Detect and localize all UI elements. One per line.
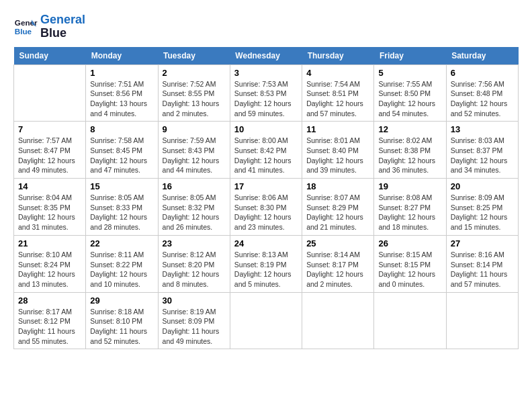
day-number: 27	[451, 238, 514, 248]
day-info: Sunrise: 8:14 AM Sunset: 8:17 PM Dayligh…	[306, 250, 369, 289]
day-number: 17	[234, 181, 298, 191]
day-number: 19	[378, 181, 441, 191]
day-info: Sunrise: 7:55 AM Sunset: 8:50 PM Dayligh…	[378, 79, 441, 119]
calendar: SundayMondayTuesdayWednesdayThursdayFrid…	[13, 47, 519, 350]
calendar-cell: 11Sunrise: 8:01 AM Sunset: 8:40 PM Dayli…	[302, 122, 374, 179]
day-number: 10	[234, 124, 298, 134]
day-info: Sunrise: 8:13 AM Sunset: 8:19 PM Dayligh…	[234, 250, 298, 289]
calendar-cell: 9Sunrise: 7:59 AM Sunset: 8:43 PM Daylig…	[158, 122, 230, 179]
header: General Blue GeneralBlue	[13, 13, 519, 40]
calendar-week-row: 21Sunrise: 8:10 AM Sunset: 8:24 PM Dayli…	[14, 235, 519, 292]
calendar-cell: 27Sunrise: 8:16 AM Sunset: 8:14 PM Dayli…	[446, 235, 518, 292]
day-info: Sunrise: 8:11 AM Sunset: 8:22 PM Dayligh…	[90, 250, 153, 289]
svg-text:General: General	[15, 18, 38, 27]
calendar-cell: 25Sunrise: 8:14 AM Sunset: 8:17 PM Dayli…	[302, 235, 374, 292]
calendar-cell: 7Sunrise: 7:57 AM Sunset: 8:47 PM Daylig…	[14, 122, 86, 179]
day-info: Sunrise: 8:06 AM Sunset: 8:30 PM Dayligh…	[234, 193, 298, 232]
day-number: 22	[90, 238, 153, 248]
column-header-friday: Friday	[374, 47, 446, 65]
column-header-wednesday: Wednesday	[230, 47, 302, 65]
calendar-cell	[14, 64, 86, 122]
day-info: Sunrise: 7:56 AM Sunset: 8:48 PM Dayligh…	[451, 79, 514, 119]
day-info: Sunrise: 8:09 AM Sunset: 8:25 PM Dayligh…	[451, 193, 514, 232]
day-info: Sunrise: 8:07 AM Sunset: 8:29 PM Dayligh…	[306, 193, 369, 232]
calendar-cell: 22Sunrise: 8:11 AM Sunset: 8:22 PM Dayli…	[86, 235, 158, 292]
logo-icon: General Blue	[13, 15, 38, 39]
day-info: Sunrise: 8:01 AM Sunset: 8:40 PM Dayligh…	[306, 136, 369, 175]
day-info: Sunrise: 8:19 AM Sunset: 8:09 PM Dayligh…	[163, 307, 226, 347]
day-info: Sunrise: 8:00 AM Sunset: 8:42 PM Dayligh…	[234, 136, 298, 175]
day-number: 25	[306, 238, 369, 248]
day-info: Sunrise: 8:03 AM Sunset: 8:37 PM Dayligh…	[451, 136, 514, 175]
calendar-cell: 18Sunrise: 8:07 AM Sunset: 8:29 PM Dayli…	[302, 179, 374, 236]
day-info: Sunrise: 8:02 AM Sunset: 8:38 PM Dayligh…	[378, 136, 441, 175]
day-info: Sunrise: 7:52 AM Sunset: 8:55 PM Dayligh…	[163, 79, 226, 119]
day-info: Sunrise: 7:51 AM Sunset: 8:56 PM Dayligh…	[90, 79, 153, 119]
day-number: 23	[163, 238, 226, 248]
calendar-cell: 16Sunrise: 8:05 AM Sunset: 8:32 PM Dayli…	[158, 179, 230, 236]
day-number: 29	[90, 295, 153, 306]
day-info: Sunrise: 8:05 AM Sunset: 8:33 PM Dayligh…	[90, 193, 153, 232]
day-number: 6	[451, 68, 514, 78]
calendar-cell: 1Sunrise: 7:51 AM Sunset: 8:56 PM Daylig…	[86, 64, 158, 122]
calendar-cell: 21Sunrise: 8:10 AM Sunset: 8:24 PM Dayli…	[14, 235, 86, 292]
day-number: 4	[306, 68, 369, 78]
day-number: 24	[234, 238, 298, 248]
calendar-week-row: 14Sunrise: 8:04 AM Sunset: 8:35 PM Dayli…	[14, 179, 519, 236]
day-number: 7	[18, 124, 81, 134]
column-header-tuesday: Tuesday	[158, 47, 230, 65]
day-number: 12	[378, 124, 441, 134]
calendar-cell: 17Sunrise: 8:06 AM Sunset: 8:30 PM Dayli…	[230, 179, 302, 236]
calendar-cell: 29Sunrise: 8:18 AM Sunset: 8:10 PM Dayli…	[86, 292, 158, 349]
calendar-cell: 15Sunrise: 8:05 AM Sunset: 8:33 PM Dayli…	[86, 179, 158, 236]
calendar-cell: 23Sunrise: 8:12 AM Sunset: 8:20 PM Dayli…	[158, 235, 230, 292]
day-info: Sunrise: 8:04 AM Sunset: 8:35 PM Dayligh…	[18, 193, 81, 232]
day-number: 9	[163, 124, 226, 134]
logo: General Blue GeneralBlue	[13, 13, 85, 40]
calendar-cell: 19Sunrise: 8:08 AM Sunset: 8:27 PM Dayli…	[374, 179, 446, 236]
day-info: Sunrise: 7:59 AM Sunset: 8:43 PM Dayligh…	[163, 136, 226, 175]
day-number: 21	[18, 238, 81, 248]
day-info: Sunrise: 8:18 AM Sunset: 8:10 PM Dayligh…	[90, 307, 153, 347]
day-info: Sunrise: 8:10 AM Sunset: 8:24 PM Dayligh…	[18, 250, 81, 289]
column-header-sunday: Sunday	[14, 47, 86, 65]
calendar-cell: 3Sunrise: 7:53 AM Sunset: 8:53 PM Daylig…	[230, 64, 302, 122]
day-info: Sunrise: 8:16 AM Sunset: 8:14 PM Dayligh…	[451, 250, 514, 289]
day-info: Sunrise: 8:17 AM Sunset: 8:12 PM Dayligh…	[18, 307, 81, 347]
calendar-cell: 14Sunrise: 8:04 AM Sunset: 8:35 PM Dayli…	[14, 179, 86, 236]
day-number: 20	[451, 181, 514, 191]
column-header-monday: Monday	[86, 47, 158, 65]
day-info: Sunrise: 7:53 AM Sunset: 8:53 PM Dayligh…	[234, 79, 298, 119]
calendar-cell: 6Sunrise: 7:56 AM Sunset: 8:48 PM Daylig…	[446, 64, 518, 122]
day-number: 15	[90, 181, 153, 191]
calendar-cell: 10Sunrise: 8:00 AM Sunset: 8:42 PM Dayli…	[230, 122, 302, 179]
day-info: Sunrise: 7:54 AM Sunset: 8:51 PM Dayligh…	[306, 79, 369, 119]
day-number: 2	[163, 68, 226, 78]
day-number: 16	[163, 181, 226, 191]
day-info: Sunrise: 8:08 AM Sunset: 8:27 PM Dayligh…	[378, 193, 441, 232]
calendar-cell: 4Sunrise: 7:54 AM Sunset: 8:51 PM Daylig…	[302, 64, 374, 122]
calendar-week-row: 7Sunrise: 7:57 AM Sunset: 8:47 PM Daylig…	[14, 122, 519, 179]
calendar-cell	[302, 292, 374, 349]
calendar-cell: 13Sunrise: 8:03 AM Sunset: 8:37 PM Dayli…	[446, 122, 518, 179]
day-info: Sunrise: 7:57 AM Sunset: 8:47 PM Dayligh…	[18, 136, 81, 175]
calendar-cell: 20Sunrise: 8:09 AM Sunset: 8:25 PM Dayli…	[446, 179, 518, 236]
day-number: 1	[90, 68, 153, 78]
day-info: Sunrise: 8:05 AM Sunset: 8:32 PM Dayligh…	[163, 193, 226, 232]
calendar-cell: 2Sunrise: 7:52 AM Sunset: 8:55 PM Daylig…	[158, 64, 230, 122]
day-number: 18	[306, 181, 369, 191]
calendar-cell	[230, 292, 302, 349]
day-info: Sunrise: 8:15 AM Sunset: 8:15 PM Dayligh…	[378, 250, 441, 289]
day-number: 11	[306, 124, 369, 134]
calendar-week-row: 1Sunrise: 7:51 AM Sunset: 8:56 PM Daylig…	[14, 64, 519, 122]
svg-text:Blue: Blue	[15, 27, 32, 36]
calendar-cell: 8Sunrise: 7:58 AM Sunset: 8:45 PM Daylig…	[86, 122, 158, 179]
day-info: Sunrise: 8:12 AM Sunset: 8:20 PM Dayligh…	[163, 250, 226, 289]
day-number: 14	[18, 181, 81, 191]
calendar-cell: 30Sunrise: 8:19 AM Sunset: 8:09 PM Dayli…	[158, 292, 230, 349]
column-header-saturday: Saturday	[446, 47, 518, 65]
day-number: 3	[234, 68, 298, 78]
calendar-cell: 26Sunrise: 8:15 AM Sunset: 8:15 PM Dayli…	[374, 235, 446, 292]
calendar-cell: 24Sunrise: 8:13 AM Sunset: 8:19 PM Dayli…	[230, 235, 302, 292]
calendar-cell	[374, 292, 446, 349]
